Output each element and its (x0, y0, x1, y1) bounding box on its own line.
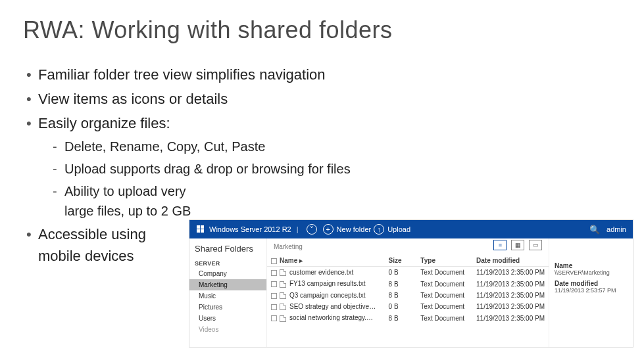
details-panel: Name \\SERVER\Marketing Date modified 11… (549, 238, 633, 347)
file-icon (280, 315, 286, 322)
rwa-app-screenshot: Windows Server 2012 R2 | ˅ +New folder ↑… (189, 219, 633, 348)
sidebar-heading: Shared Folders (189, 242, 266, 258)
svg-rect-1 (201, 225, 204, 229)
table-row[interactable]: FY13 campaign results.txt8 BText Documen… (267, 278, 549, 289)
sidebar: Shared Folders SERVER CompanyMarketingMu… (189, 238, 267, 347)
table-row[interactable]: SEO strategy and objective…0 BText Docum… (267, 301, 549, 312)
separator: | (297, 225, 299, 233)
brand-label: Windows Server 2012 R2 (209, 225, 291, 233)
new-folder-label: New folder (337, 225, 372, 233)
windows-icon (196, 225, 205, 234)
new-folder-button[interactable]: +New folder (323, 224, 372, 235)
bullet-3: Easily organize files: Delete, Rename, C… (26, 112, 644, 221)
sidebar-item-marketing[interactable]: Marketing (189, 279, 266, 290)
col-size[interactable]: Size (385, 255, 417, 267)
row-checkbox[interactable] (271, 281, 277, 287)
svg-rect-2 (197, 229, 200, 233)
row-checkbox[interactable] (271, 270, 277, 276)
upload-label: Upload (387, 225, 410, 233)
sidebar-item-videos[interactable]: Videos (189, 324, 266, 335)
file-icon (280, 292, 286, 299)
row-checkbox[interactable] (271, 304, 277, 310)
col-modified[interactable]: Date modified (472, 255, 549, 267)
view-switch: ≡ ▦ ▭ (484, 238, 549, 255)
file-icon (280, 281, 286, 288)
col-name[interactable]: Name ▸ (280, 257, 303, 264)
meta-date-h: Date modified (555, 280, 628, 287)
chevron-down-icon: ˅ (307, 224, 317, 235)
user-label[interactable]: admin (607, 225, 626, 233)
slide-title: RWA: Working with shared folders (0, 0, 644, 44)
view-details-button[interactable]: ≡ (493, 240, 507, 250)
meta-name-h: Name (555, 262, 628, 269)
sidebar-item-music[interactable]: Music (189, 290, 266, 302)
table-row[interactable]: customer evidence.txt0 BText Document11/… (267, 267, 549, 279)
select-all-checkbox[interactable] (271, 258, 277, 264)
breadcrumb[interactable]: Marketing (267, 238, 484, 255)
sub-list: Delete, Rename, Copy, Cut, Paste Upload … (26, 134, 644, 221)
meta-name-v: \\SERVER\Marketing (555, 269, 628, 276)
bullet-2: View items as icons or details (26, 88, 644, 110)
sidebar-item-pictures[interactable]: Pictures (189, 302, 266, 313)
view-preview-button[interactable]: ▭ (529, 240, 542, 250)
sidebar-item-company[interactable]: Company (189, 268, 266, 279)
table-row[interactable]: social networking strategy.…8 BText Docu… (267, 312, 549, 323)
sub-3: Ability to upload very large files, up t… (53, 181, 644, 221)
row-checkbox[interactable] (271, 315, 277, 321)
sidebar-group: SERVER (189, 258, 266, 268)
file-icon (280, 304, 286, 310)
svg-rect-3 (201, 229, 204, 233)
row-checkbox[interactable] (271, 293, 277, 299)
file-panel: Marketing ≡ ▦ ▭ Name ▸ Size Type Date mo… (267, 238, 549, 347)
file-icon (280, 269, 286, 276)
table-row[interactable]: Q3 campaign concepts.txt8 BText Document… (267, 290, 549, 301)
app-header: Windows Server 2012 R2 | ˅ +New folder ↑… (189, 220, 633, 238)
sidebar-item-users[interactable]: Users (189, 313, 266, 324)
col-type[interactable]: Type (416, 255, 472, 267)
context-menu-button[interactable]: ˅ (307, 224, 320, 235)
view-icons-button[interactable]: ▦ (511, 240, 524, 250)
sub-1: Delete, Rename, Copy, Cut, Paste (53, 137, 644, 156)
svg-rect-0 (197, 225, 200, 229)
meta-date-v: 11/19/2013 2:53:57 PM (555, 287, 628, 294)
upload-icon: ↑ (374, 224, 384, 235)
bullet-1: Familiar folder tree view simplifies nav… (26, 64, 644, 85)
file-table: Name ▸ Size Type Date modified customer … (267, 255, 549, 324)
plus-icon: + (323, 224, 334, 235)
upload-button[interactable]: ↑Upload (374, 224, 410, 235)
search-icon[interactable]: 🔍 (589, 225, 600, 235)
sub-2: Upload supports drag & drop or browsing … (53, 159, 644, 179)
